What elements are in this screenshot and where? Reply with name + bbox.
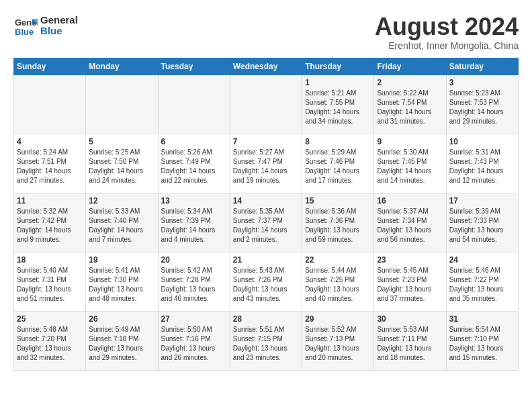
day-number: 11 (17, 196, 83, 205)
cell-text-line: Sunrise: 5:34 AM (161, 207, 227, 216)
cell-text-line: Sunrise: 5:42 AM (161, 266, 227, 275)
cell-text-line: Daylight: 13 hours (89, 285, 154, 294)
cell-text-line: Daylight: 13 hours (377, 226, 443, 235)
day-cell: 2Sunrise: 5:22 AMSunset: 7:54 PMDaylight… (374, 75, 446, 134)
day-number: 3 (449, 78, 515, 87)
cell-text-line: Daylight: 13 hours (305, 285, 371, 294)
logo: General Blue General Blue (13, 13, 78, 38)
day-cell: 7Sunrise: 5:27 AMSunset: 7:47 PMDaylight… (230, 134, 302, 193)
cell-text-line: Sunrise: 5:50 AM (161, 325, 227, 334)
week-row-1: 1Sunrise: 5:21 AMSunset: 7:55 PMDaylight… (14, 75, 519, 134)
cell-text-line: Sunset: 7:55 PM (305, 98, 371, 107)
calendar-header: SundayMondayTuesdayWednesdayThursdayFrid… (14, 58, 519, 75)
cell-text-line: Sunset: 7:11 PM (377, 334, 443, 344)
day-number: 30 (377, 314, 443, 324)
cell-text-line: and 29 minutes. (89, 353, 154, 363)
title-area: August 2024 Erenhot, Inner Mongolia, Chi… (375, 13, 519, 51)
cell-text-line: and 20 minutes. (305, 353, 371, 363)
day-number: 2 (377, 78, 443, 87)
cell-text-line: Sunrise: 5:35 AM (233, 207, 299, 216)
cell-text-line: Sunrise: 5:22 AM (377, 89, 443, 98)
day-number: 17 (449, 196, 515, 205)
day-number: 27 (161, 314, 227, 324)
cell-text-line: Daylight: 13 hours (233, 344, 299, 353)
cell-text-line: Daylight: 14 hours (233, 226, 299, 235)
cell-text-line: Sunrise: 5:36 AM (305, 207, 371, 216)
cell-text-line: Sunset: 7:54 PM (377, 98, 443, 107)
cell-text-line: Sunrise: 5:46 AM (449, 266, 515, 275)
day-number: 22 (305, 255, 371, 265)
cell-text-line: and 34 minutes. (305, 117, 371, 126)
cell-text-line: Sunrise: 5:43 AM (233, 266, 299, 275)
cell-text-line: Sunrise: 5:26 AM (161, 148, 227, 157)
cell-text-line: Sunrise: 5:23 AM (449, 89, 515, 98)
day-number: 18 (17, 255, 83, 265)
day-number: 21 (233, 255, 299, 265)
day-cell: 14Sunrise: 5:35 AMSunset: 7:37 PMDayligh… (230, 193, 302, 252)
cell-text-line: Sunrise: 5:53 AM (377, 325, 443, 334)
day-number: 16 (377, 196, 443, 205)
day-number: 23 (377, 255, 443, 265)
day-number: 24 (449, 255, 515, 265)
page-title: August 2024 (375, 13, 519, 40)
cell-text-line: Daylight: 13 hours (305, 226, 371, 235)
day-cell: 21Sunrise: 5:43 AMSunset: 7:26 PMDayligh… (230, 252, 302, 311)
cell-text-line: Sunrise: 5:30 AM (377, 148, 443, 157)
cell-text-line: and 22 minutes. (161, 176, 227, 185)
day-number: 13 (161, 196, 227, 205)
day-cell: 26Sunrise: 5:49 AMSunset: 7:18 PMDayligh… (86, 311, 158, 370)
day-number: 10 (449, 137, 515, 146)
day-cell: 18Sunrise: 5:40 AMSunset: 7:31 PMDayligh… (14, 252, 86, 311)
cell-text-line: Sunrise: 5:24 AM (17, 148, 83, 157)
cell-text-line: Sunrise: 5:49 AM (89, 325, 154, 334)
cell-text-line: Sunset: 7:18 PM (89, 334, 154, 344)
cell-text-line: Sunset: 7:34 PM (377, 216, 443, 226)
header: General Blue General Blue August 2024 Er… (13, 13, 519, 51)
cell-text-line: Sunset: 7:31 PM (17, 275, 83, 285)
cell-text-line: Sunset: 7:15 PM (233, 334, 299, 344)
day-number: 19 (89, 255, 154, 265)
calendar-table: SundayMondayTuesdayWednesdayThursdayFrid… (13, 58, 519, 371)
cell-text-line: Sunset: 7:39 PM (161, 216, 227, 226)
cell-text-line: Sunrise: 5:51 AM (233, 325, 299, 334)
cell-text-line: and 54 minutes. (449, 235, 515, 244)
cell-text-line: and 15 minutes. (449, 353, 515, 363)
day-number: 4 (17, 137, 83, 146)
header-cell-tuesday: Tuesday (158, 58, 230, 75)
day-cell: 30Sunrise: 5:53 AMSunset: 7:11 PMDayligh… (374, 311, 446, 370)
day-number: 20 (161, 255, 227, 265)
cell-text-line: Sunrise: 5:54 AM (449, 325, 515, 334)
cell-text-line: Daylight: 13 hours (233, 285, 299, 294)
cell-text-line: and 40 minutes. (305, 294, 371, 304)
day-cell: 23Sunrise: 5:45 AMSunset: 7:23 PMDayligh… (374, 252, 446, 311)
day-cell: 10Sunrise: 5:31 AMSunset: 7:43 PMDayligh… (446, 134, 518, 193)
day-cell: 20Sunrise: 5:42 AMSunset: 7:28 PMDayligh… (158, 252, 230, 311)
day-number: 12 (89, 196, 154, 205)
cell-text-line: Sunset: 7:23 PM (377, 275, 443, 285)
cell-text-line: and 46 minutes. (161, 294, 227, 304)
cell-text-line: Sunset: 7:25 PM (305, 275, 371, 285)
cell-text-line: Daylight: 14 hours (305, 167, 371, 176)
cell-text-line: and 51 minutes. (17, 294, 83, 304)
page-subtitle: Erenhot, Inner Mongolia, China (375, 40, 519, 51)
day-cell (14, 75, 86, 134)
cell-text-line: Daylight: 14 hours (449, 167, 515, 176)
day-number: 5 (89, 137, 154, 146)
day-cell: 12Sunrise: 5:33 AMSunset: 7:40 PMDayligh… (86, 193, 158, 252)
cell-text-line: Sunset: 7:45 PM (377, 157, 443, 167)
day-number: 29 (305, 314, 371, 324)
cell-text-line: and 17 minutes. (305, 176, 371, 185)
cell-text-line: Sunset: 7:16 PM (161, 334, 227, 344)
cell-text-line: Sunset: 7:50 PM (89, 157, 154, 167)
cell-text-line: Sunrise: 5:21 AM (305, 89, 371, 98)
header-cell-wednesday: Wednesday (230, 58, 302, 75)
cell-text-line: Daylight: 14 hours (89, 167, 154, 176)
day-cell: 24Sunrise: 5:46 AMSunset: 7:22 PMDayligh… (446, 252, 518, 311)
cell-text-line: Daylight: 13 hours (449, 226, 515, 235)
cell-text-line: Sunrise: 5:40 AM (17, 266, 83, 275)
cell-text-line: and 18 minutes. (377, 353, 443, 363)
day-number: 31 (449, 314, 515, 324)
cell-text-line: and 59 minutes. (305, 235, 371, 244)
cell-text-line: Daylight: 14 hours (161, 167, 227, 176)
day-cell: 25Sunrise: 5:48 AMSunset: 7:20 PMDayligh… (14, 311, 86, 370)
